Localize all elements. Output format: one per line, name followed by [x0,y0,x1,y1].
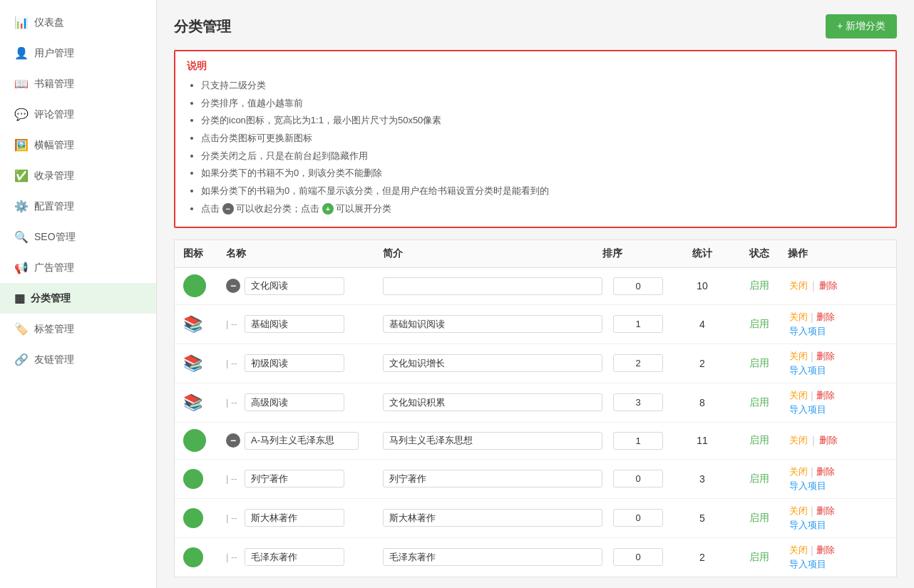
category-sort-input[interactable] [613,470,663,488]
row-sort-cell [602,548,674,566]
table-row: | -- 2 启用 关闭 | 删除 [175,538,896,577]
sidebar-item-label: 评论管理 [34,108,74,121]
category-intro-input[interactable] [383,277,602,295]
delete-button[interactable]: 删除 [815,505,836,517]
import-button[interactable]: 导入项目 [788,403,828,416]
delete-button[interactable]: 删除 [815,389,836,402]
sidebar-item-dashboard[interactable]: 📊 仪表盘 [0,7,156,38]
row-intro-cell [383,393,602,411]
book-icon[interactable]: 📚 [183,393,202,412]
close-button[interactable]: 关闭 [788,279,809,292]
dashboard-icon: 📊 [14,16,29,29]
col-header-name: 名称 [226,247,383,260]
delete-button[interactable]: 删除 [818,434,839,447]
sidebar-item-label: 标签管理 [34,323,74,336]
row-intro-cell [383,354,602,372]
main-content: 分类管理 + 新增分类 说明 只支持二级分类 分类排序，值越小越靠前 分类的ic… [157,0,914,588]
col-header-stat: 统计 [674,247,731,260]
row-icon-cell [183,508,226,528]
sidebar-item-category[interactable]: ▦ 分类管理 [0,283,156,314]
close-button[interactable]: 关闭 [788,465,809,478]
category-sort-input[interactable] [613,509,663,527]
row-intro-cell [383,509,602,527]
book-icon[interactable]: 📚 [183,354,202,373]
row-intro-cell [383,470,602,488]
delete-button[interactable]: 删除 [815,544,836,557]
category-icon-circle[interactable] [183,547,203,567]
import-button[interactable]: 导入项目 [788,519,828,532]
delete-button[interactable]: 删除 [815,311,836,324]
category-name-input[interactable] [245,548,344,566]
category-name-input[interactable] [245,315,344,333]
sidebar-item-book[interactable]: 📖 书籍管理 [0,68,156,99]
status-badge: 启用 [749,551,769,564]
import-button[interactable]: 导入项目 [788,364,828,377]
sidebar-item-config[interactable]: ⚙️ 配置管理 [0,191,156,222]
category-name-input[interactable] [245,393,344,411]
category-intro-input[interactable] [383,393,602,411]
notice-item-8: 点击 − 可以收起分类；点击 + 可以展开分类 [201,200,884,218]
row-status-cell: 启用 [731,318,788,331]
collapse-button[interactable]: − [226,433,240,448]
category-intro-input[interactable] [383,509,602,527]
category-sort-input[interactable] [613,354,663,372]
category-icon-circle[interactable] [183,429,206,452]
category-sort-input[interactable] [613,277,663,295]
category-intro-input[interactable] [383,470,602,488]
sidebar-item-user[interactable]: 👤 用户管理 [0,38,156,68]
category-icon-circle[interactable] [183,469,203,489]
close-button[interactable]: 关闭 [788,350,809,363]
category-name-input[interactable] [245,509,344,527]
category-intro-input[interactable] [383,315,602,333]
delete-button[interactable]: 删除 [815,465,836,478]
row-icon-cell: 📚 [183,393,226,412]
sidebar-item-banner[interactable]: 🖼️ 横幅管理 [0,130,156,160]
close-button[interactable]: 关闭 [788,434,809,447]
tag-icon: 🏷️ [14,322,29,336]
category-name-input[interactable] [245,432,359,450]
import-button[interactable]: 导入项目 [788,325,828,338]
ad-icon: 📢 [14,261,29,274]
close-button[interactable]: 关闭 [788,311,809,324]
collapse-icon-inline: − [222,203,234,215]
sidebar-item-seo[interactable]: 🔍 SEO管理 [0,222,156,252]
row-action-cell: 关闭 | 删除 导入项目 [788,350,888,377]
category-name-input[interactable] [245,470,344,488]
col-header-status: 状态 [731,247,788,260]
add-category-button[interactable]: + 新增分类 [826,14,897,38]
category-sort-input[interactable] [613,548,663,566]
category-intro-input[interactable] [383,432,602,450]
delete-button[interactable]: 删除 [818,279,839,292]
category-sort-input[interactable] [613,432,663,450]
row-status-cell: 启用 [731,396,788,409]
sidebar-item-ad[interactable]: 📢 广告管理 [0,252,156,283]
row-icon-cell: 📚 [183,315,226,334]
collapse-button[interactable]: − [226,279,240,293]
sidebar-item-friendlink[interactable]: 🔗 友链管理 [0,344,156,375]
category-name-input[interactable] [245,277,344,295]
category-sort-input[interactable] [613,393,663,411]
row-stat-cell: 5 [674,512,731,524]
book-icon[interactable]: 📚 [183,315,202,334]
category-icon-circle[interactable] [183,508,203,528]
row-status-cell: 启用 [731,279,788,292]
row-stat-cell: 3 [674,473,731,485]
close-button[interactable]: 关闭 [788,505,809,517]
category-intro-input[interactable] [383,354,602,372]
row-action-cell: 关闭 | 删除 导入项目 [788,389,888,416]
notice-box: 说明 只支持二级分类 分类排序，值越小越靠前 分类的icon图标，宽高比为1:1… [174,50,897,228]
notice-item-5: 分类关闭之后，只是在前台起到隐藏作用 [201,148,884,165]
category-sort-input[interactable] [613,315,663,333]
category-name-input[interactable] [245,354,344,372]
row-stat-cell: 11 [674,435,731,446]
sidebar-item-comment[interactable]: 💬 评论管理 [0,99,156,130]
import-button[interactable]: 导入项目 [788,558,828,571]
close-button[interactable]: 关闭 [788,544,809,557]
delete-button[interactable]: 删除 [815,350,836,363]
category-icon-circle[interactable] [183,274,206,297]
import-button[interactable]: 导入项目 [788,480,828,492]
sidebar-item-tag[interactable]: 🏷️ 标签管理 [0,314,156,344]
category-intro-input[interactable] [383,548,602,566]
sidebar-item-collect[interactable]: ✅ 收录管理 [0,160,156,191]
close-button[interactable]: 关闭 [788,389,809,402]
